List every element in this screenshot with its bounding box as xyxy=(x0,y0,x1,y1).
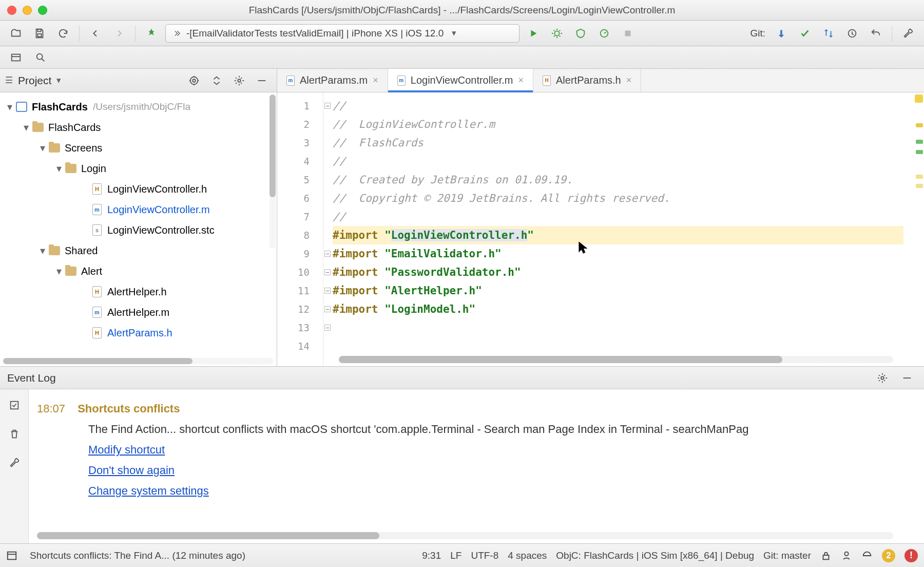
vcs-commit-icon[interactable] xyxy=(795,25,815,42)
tree-item[interactable]: ▾Alert xyxy=(0,261,277,281)
lock-icon[interactable] xyxy=(820,550,832,561)
fold-toggle-icon[interactable] xyxy=(324,325,331,331)
error-stripe[interactable] xyxy=(913,92,924,366)
encoding[interactable]: UTF-8 xyxy=(471,550,498,561)
code-line[interactable]: #import "LoginModel.h" xyxy=(333,300,903,318)
inspection-status-icon[interactable] xyxy=(915,94,923,103)
chevron-down-icon[interactable]: ▾ xyxy=(56,75,61,86)
tree-item[interactable]: ▾Login xyxy=(0,158,277,179)
code-area[interactable]: 1234567891011121314 //// LoginViewContro… xyxy=(277,92,924,366)
status-message[interactable]: Shortcuts conflicts: The Find A... (12 m… xyxy=(30,550,245,561)
error-badge[interactable]: ! xyxy=(904,549,918,562)
tree-item[interactable]: LoginViewController.m xyxy=(0,199,277,220)
history-icon[interactable] xyxy=(842,25,862,42)
disclosure-triangle-icon[interactable]: ▾ xyxy=(37,138,48,158)
tree-item[interactable]: ▾Shared xyxy=(0,240,277,261)
search-everywhere-icon[interactable] xyxy=(32,49,49,66)
editor-tab[interactable]: AlertParams.h× xyxy=(533,69,641,92)
debug-icon[interactable] xyxy=(547,25,567,42)
line-number[interactable]: 4 xyxy=(277,152,323,171)
editor-tab[interactable]: AlertParams.m× xyxy=(277,69,388,92)
line-number[interactable]: 12 xyxy=(277,300,323,318)
disclosure-triangle-icon[interactable]: ▾ xyxy=(53,261,65,281)
build-icon[interactable] xyxy=(142,25,161,42)
code-line[interactable]: // xyxy=(333,207,903,226)
line-number[interactable]: 9 xyxy=(277,244,323,263)
minimize-window-button[interactable] xyxy=(23,6,32,15)
line-number[interactable]: 10 xyxy=(277,263,323,281)
settings-wrench-icon[interactable] xyxy=(6,454,23,471)
trash-icon[interactable] xyxy=(6,425,23,443)
open-file-icon[interactable] xyxy=(6,25,26,42)
code-line[interactable]: #import "LoginViewController.h" xyxy=(333,226,903,244)
code-line[interactable]: // Copyright © 2019 JetBrains. All right… xyxy=(333,189,903,207)
tree-item[interactable]: LoginViewController.h xyxy=(0,179,277,199)
close-window-button[interactable] xyxy=(7,6,16,15)
tree-item[interactable]: AlertParams.h xyxy=(0,323,277,343)
line-number[interactable]: 7 xyxy=(277,207,323,226)
run-configuration-dropdown[interactable]: -[EmailValidatorTests testValidEmail] | … xyxy=(165,24,519,43)
code-line[interactable]: // FlashCards xyxy=(333,134,903,152)
cursor-position[interactable]: 9:31 xyxy=(422,550,441,561)
disclosure-triangle-icon[interactable]: ▾ xyxy=(4,97,15,117)
indent[interactable]: 4 spaces xyxy=(508,550,547,561)
code-line[interactable]: // LoginViewController.m xyxy=(333,115,903,134)
scrollbar-horizontal[interactable] xyxy=(37,532,893,539)
line-number[interactable]: 2 xyxy=(277,115,323,134)
gear-icon[interactable] xyxy=(873,369,892,387)
disclosure-triangle-icon[interactable]: ▾ xyxy=(37,240,48,261)
line-number[interactable]: 1 xyxy=(277,97,323,115)
scrollbar-vertical[interactable] xyxy=(270,94,276,249)
scrollbar-horizontal[interactable] xyxy=(3,358,274,364)
hide-icon[interactable] xyxy=(897,369,917,387)
coverage-icon[interactable] xyxy=(571,25,590,42)
event-link-dontshow[interactable]: Don't show again xyxy=(88,464,175,477)
line-number[interactable]: 8 xyxy=(277,226,323,244)
hide-icon[interactable] xyxy=(252,72,272,89)
fold-column[interactable] xyxy=(323,92,333,366)
project-view-icon[interactable]: ☰ xyxy=(5,75,13,86)
save-all-icon[interactable] xyxy=(30,25,49,42)
fold-toggle-icon[interactable] xyxy=(324,306,331,312)
vcs-compare-icon[interactable] xyxy=(819,25,838,42)
warning-badge[interactable]: 2 xyxy=(882,549,895,562)
build-config[interactable]: ObjC: FlashCards | iOS Sim [x86_64] | De… xyxy=(556,550,754,561)
fold-toggle-icon[interactable] xyxy=(324,269,331,275)
gutter[interactable]: 1234567891011121314 xyxy=(277,92,323,366)
zoom-window-button[interactable] xyxy=(38,6,47,15)
code-line[interactable]: // xyxy=(333,97,903,115)
line-number[interactable]: 3 xyxy=(277,134,323,152)
event-log-content[interactable]: 18:07 Shortcuts conflicts The Find Actio… xyxy=(29,389,924,543)
event-link-modify[interactable]: Modify shortcut xyxy=(88,443,165,456)
git-branch[interactable]: Git: master xyxy=(763,550,811,561)
fold-toggle-icon[interactable] xyxy=(324,251,331,257)
mark-read-icon[interactable] xyxy=(6,396,23,414)
editor-tab[interactable]: LoginViewController.m× xyxy=(388,69,533,92)
line-number[interactable]: 11 xyxy=(277,281,323,300)
run-icon[interactable] xyxy=(524,25,543,42)
scrollbar-horizontal[interactable] xyxy=(339,356,893,363)
disclosure-triangle-icon[interactable]: ▾ xyxy=(21,117,32,138)
toggle-toolwindow-icon[interactable] xyxy=(7,49,25,66)
code-line[interactable]: #import "AlertHelper.h" xyxy=(333,281,903,300)
line-ending[interactable]: LF xyxy=(450,550,461,561)
profile-icon[interactable] xyxy=(594,25,614,42)
gear-icon[interactable] xyxy=(229,72,249,89)
line-number[interactable]: 14 xyxy=(277,337,323,355)
disclosure-triangle-icon[interactable]: ▾ xyxy=(53,158,65,179)
tree-item[interactable]: AlertHelper.m xyxy=(0,302,277,323)
expand-all-icon[interactable] xyxy=(207,72,226,89)
project-title[interactable]: Project xyxy=(18,74,51,87)
tree-item[interactable]: LoginViewController.stc xyxy=(0,220,277,240)
close-icon[interactable]: × xyxy=(518,75,524,86)
code-text[interactable]: //// LoginViewController.m// FlashCards/… xyxy=(333,97,903,318)
project-tree[interactable]: ▾ FlashCards /Users/jsmith/ObjC/Fla ▾Fla… xyxy=(0,92,277,366)
toolwindows-icon[interactable] xyxy=(6,550,17,561)
code-line[interactable]: // Created by JetBrains on 01.09.19. xyxy=(333,171,903,189)
tree-root[interactable]: ▾ FlashCards /Users/jsmith/ObjC/Fla xyxy=(0,97,277,117)
code-line[interactable]: #import "EmailValidator.h" xyxy=(333,244,903,263)
memory-icon[interactable] xyxy=(861,550,873,561)
line-number[interactable]: 5 xyxy=(277,171,323,189)
settings-wrench-icon[interactable] xyxy=(898,25,918,42)
tree-item[interactable]: ▾Screens xyxy=(0,138,277,158)
